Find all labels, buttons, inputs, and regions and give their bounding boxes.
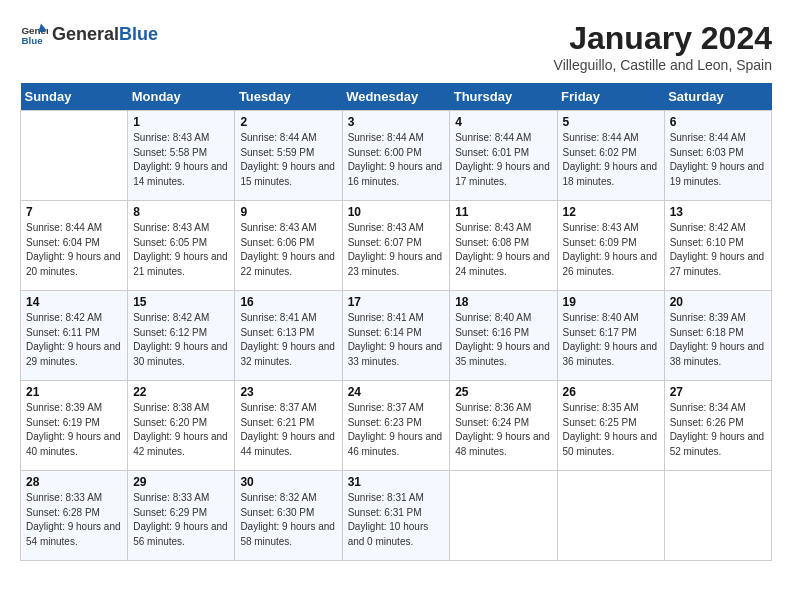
calendar-cell: 25Sunrise: 8:36 AMSunset: 6:24 PMDayligh… (450, 381, 557, 471)
weekday-header-sunday: Sunday (21, 83, 128, 111)
day-number: 19 (563, 295, 659, 309)
calendar-cell: 24Sunrise: 8:37 AMSunset: 6:23 PMDayligh… (342, 381, 450, 471)
calendar-cell: 10Sunrise: 8:43 AMSunset: 6:07 PMDayligh… (342, 201, 450, 291)
day-detail: Sunrise: 8:33 AMSunset: 6:29 PMDaylight:… (133, 491, 229, 549)
calendar-cell: 15Sunrise: 8:42 AMSunset: 6:12 PMDayligh… (128, 291, 235, 381)
day-detail: Sunrise: 8:43 AMSunset: 6:09 PMDaylight:… (563, 221, 659, 279)
day-detail: Sunrise: 8:43 AMSunset: 6:07 PMDaylight:… (348, 221, 445, 279)
day-detail: Sunrise: 8:41 AMSunset: 6:14 PMDaylight:… (348, 311, 445, 369)
day-detail: Sunrise: 8:33 AMSunset: 6:28 PMDaylight:… (26, 491, 122, 549)
weekday-header-saturday: Saturday (664, 83, 771, 111)
day-detail: Sunrise: 8:40 AMSunset: 6:17 PMDaylight:… (563, 311, 659, 369)
day-number: 12 (563, 205, 659, 219)
calendar-cell: 18Sunrise: 8:40 AMSunset: 6:16 PMDayligh… (450, 291, 557, 381)
calendar-cell: 4Sunrise: 8:44 AMSunset: 6:01 PMDaylight… (450, 111, 557, 201)
day-detail: Sunrise: 8:39 AMSunset: 6:18 PMDaylight:… (670, 311, 766, 369)
day-detail: Sunrise: 8:43 AMSunset: 5:58 PMDaylight:… (133, 131, 229, 189)
day-detail: Sunrise: 8:35 AMSunset: 6:25 PMDaylight:… (563, 401, 659, 459)
day-number: 20 (670, 295, 766, 309)
calendar-cell: 8Sunrise: 8:43 AMSunset: 6:05 PMDaylight… (128, 201, 235, 291)
day-number: 15 (133, 295, 229, 309)
day-number: 14 (26, 295, 122, 309)
day-detail: Sunrise: 8:44 AMSunset: 5:59 PMDaylight:… (240, 131, 336, 189)
day-detail: Sunrise: 8:44 AMSunset: 6:01 PMDaylight:… (455, 131, 551, 189)
day-number: 21 (26, 385, 122, 399)
day-number: 24 (348, 385, 445, 399)
day-detail: Sunrise: 8:41 AMSunset: 6:13 PMDaylight:… (240, 311, 336, 369)
calendar-cell: 23Sunrise: 8:37 AMSunset: 6:21 PMDayligh… (235, 381, 342, 471)
day-number: 30 (240, 475, 336, 489)
day-detail: Sunrise: 8:43 AMSunset: 6:06 PMDaylight:… (240, 221, 336, 279)
calendar-week-row: 14Sunrise: 8:42 AMSunset: 6:11 PMDayligh… (21, 291, 772, 381)
calendar-week-row: 28Sunrise: 8:33 AMSunset: 6:28 PMDayligh… (21, 471, 772, 561)
day-number: 4 (455, 115, 551, 129)
day-detail: Sunrise: 8:38 AMSunset: 6:20 PMDaylight:… (133, 401, 229, 459)
weekday-header-thursday: Thursday (450, 83, 557, 111)
day-number: 17 (348, 295, 445, 309)
calendar-cell (557, 471, 664, 561)
calendar-cell: 28Sunrise: 8:33 AMSunset: 6:28 PMDayligh… (21, 471, 128, 561)
calendar-cell (21, 111, 128, 201)
logo-icon: General Blue (20, 20, 48, 48)
day-number: 13 (670, 205, 766, 219)
calendar-cell: 9Sunrise: 8:43 AMSunset: 6:06 PMDaylight… (235, 201, 342, 291)
calendar-cell (664, 471, 771, 561)
calendar-cell: 30Sunrise: 8:32 AMSunset: 6:30 PMDayligh… (235, 471, 342, 561)
calendar-cell: 1Sunrise: 8:43 AMSunset: 5:58 PMDaylight… (128, 111, 235, 201)
calendar-cell: 11Sunrise: 8:43 AMSunset: 6:08 PMDayligh… (450, 201, 557, 291)
calendar-cell: 2Sunrise: 8:44 AMSunset: 5:59 PMDaylight… (235, 111, 342, 201)
calendar-cell: 17Sunrise: 8:41 AMSunset: 6:14 PMDayligh… (342, 291, 450, 381)
day-number: 23 (240, 385, 336, 399)
calendar-subtitle: Villeguillo, Castille and Leon, Spain (554, 57, 772, 73)
day-detail: Sunrise: 8:42 AMSunset: 6:11 PMDaylight:… (26, 311, 122, 369)
day-number: 28 (26, 475, 122, 489)
calendar-cell: 20Sunrise: 8:39 AMSunset: 6:18 PMDayligh… (664, 291, 771, 381)
calendar-week-row: 21Sunrise: 8:39 AMSunset: 6:19 PMDayligh… (21, 381, 772, 471)
calendar-cell: 22Sunrise: 8:38 AMSunset: 6:20 PMDayligh… (128, 381, 235, 471)
day-detail: Sunrise: 8:42 AMSunset: 6:10 PMDaylight:… (670, 221, 766, 279)
title-block: January 2024 Villeguillo, Castille and L… (554, 20, 772, 73)
day-number: 8 (133, 205, 229, 219)
header: General Blue GeneralBlue January 2024 Vi… (20, 20, 772, 73)
calendar-cell: 3Sunrise: 8:44 AMSunset: 6:00 PMDaylight… (342, 111, 450, 201)
day-number: 16 (240, 295, 336, 309)
day-detail: Sunrise: 8:44 AMSunset: 6:03 PMDaylight:… (670, 131, 766, 189)
svg-text:Blue: Blue (21, 35, 43, 46)
calendar-week-row: 7Sunrise: 8:44 AMSunset: 6:04 PMDaylight… (21, 201, 772, 291)
day-number: 25 (455, 385, 551, 399)
day-number: 1 (133, 115, 229, 129)
calendar-cell: 26Sunrise: 8:35 AMSunset: 6:25 PMDayligh… (557, 381, 664, 471)
day-number: 27 (670, 385, 766, 399)
day-number: 10 (348, 205, 445, 219)
day-detail: Sunrise: 8:42 AMSunset: 6:12 PMDaylight:… (133, 311, 229, 369)
day-number: 6 (670, 115, 766, 129)
day-detail: Sunrise: 8:40 AMSunset: 6:16 PMDaylight:… (455, 311, 551, 369)
calendar-cell: 6Sunrise: 8:44 AMSunset: 6:03 PMDaylight… (664, 111, 771, 201)
weekday-header-wednesday: Wednesday (342, 83, 450, 111)
logo-text-blue: Blue (119, 24, 158, 45)
logo-text-general: General (52, 24, 119, 45)
day-detail: Sunrise: 8:31 AMSunset: 6:31 PMDaylight:… (348, 491, 445, 549)
calendar-cell: 29Sunrise: 8:33 AMSunset: 6:29 PMDayligh… (128, 471, 235, 561)
day-detail: Sunrise: 8:44 AMSunset: 6:04 PMDaylight:… (26, 221, 122, 279)
calendar-cell: 31Sunrise: 8:31 AMSunset: 6:31 PMDayligh… (342, 471, 450, 561)
day-detail: Sunrise: 8:32 AMSunset: 6:30 PMDaylight:… (240, 491, 336, 549)
day-number: 11 (455, 205, 551, 219)
weekday-header-row: SundayMondayTuesdayWednesdayThursdayFrid… (21, 83, 772, 111)
day-number: 7 (26, 205, 122, 219)
weekday-header-tuesday: Tuesday (235, 83, 342, 111)
day-number: 26 (563, 385, 659, 399)
calendar-cell: 13Sunrise: 8:42 AMSunset: 6:10 PMDayligh… (664, 201, 771, 291)
calendar-cell: 27Sunrise: 8:34 AMSunset: 6:26 PMDayligh… (664, 381, 771, 471)
calendar-table: SundayMondayTuesdayWednesdayThursdayFrid… (20, 83, 772, 561)
calendar-cell: 5Sunrise: 8:44 AMSunset: 6:02 PMDaylight… (557, 111, 664, 201)
calendar-cell: 16Sunrise: 8:41 AMSunset: 6:13 PMDayligh… (235, 291, 342, 381)
calendar-cell: 14Sunrise: 8:42 AMSunset: 6:11 PMDayligh… (21, 291, 128, 381)
day-detail: Sunrise: 8:34 AMSunset: 6:26 PMDaylight:… (670, 401, 766, 459)
day-number: 5 (563, 115, 659, 129)
calendar-cell: 19Sunrise: 8:40 AMSunset: 6:17 PMDayligh… (557, 291, 664, 381)
day-number: 9 (240, 205, 336, 219)
calendar-week-row: 1Sunrise: 8:43 AMSunset: 5:58 PMDaylight… (21, 111, 772, 201)
logo: General Blue GeneralBlue (20, 20, 158, 48)
day-number: 31 (348, 475, 445, 489)
